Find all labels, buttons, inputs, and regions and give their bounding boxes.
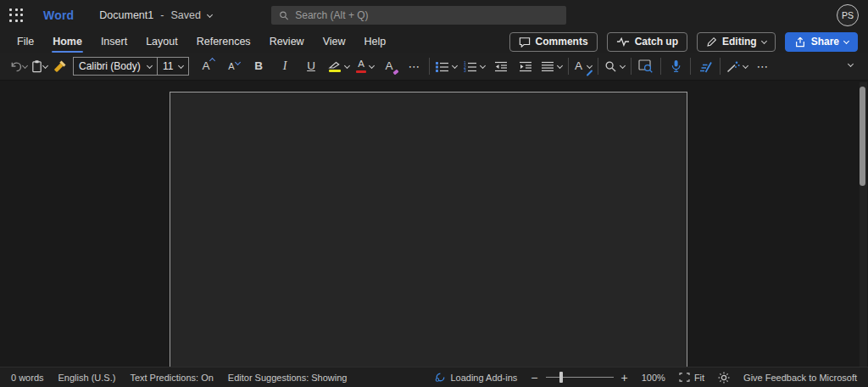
share-button[interactable]: Share: [785, 32, 858, 52]
align-text-icon: [542, 61, 554, 72]
comment-icon: [519, 36, 531, 48]
zoom-in-button[interactable]: +: [621, 372, 628, 384]
format-painter-icon: [53, 59, 67, 73]
editing-chevron-icon: [761, 37, 767, 43]
clear-formatting-button[interactable]: A: [379, 55, 399, 77]
word-count[interactable]: 0 words: [11, 373, 44, 383]
tab-view[interactable]: View: [314, 31, 355, 52]
document-page[interactable]: [170, 92, 687, 367]
zoom-slider-thumb[interactable]: [559, 372, 563, 383]
feedback-link[interactable]: Give Feedback to Microsoft: [743, 373, 857, 383]
find-button[interactable]: [603, 55, 626, 77]
ribbon-divider: [690, 58, 691, 75]
language-status[interactable]: English (U.S.): [58, 373, 116, 383]
status-bar-right: Loading Add-ins − + 100% Fit: [435, 372, 857, 384]
brightness-sun-icon: [718, 372, 730, 384]
editor-pen-icon: [698, 60, 712, 73]
magic-wand-icon: [726, 60, 740, 73]
bullets-button[interactable]: [434, 55, 459, 77]
increase-indent-button[interactable]: [515, 55, 536, 77]
tab-references[interactable]: References: [187, 31, 260, 52]
save-status-chevron-icon[interactable]: [207, 11, 213, 17]
more-commands-button[interactable]: ⋯: [753, 55, 773, 77]
ribbon-divider: [598, 58, 598, 75]
alignment-chevron-icon: [557, 62, 563, 68]
text-predictions-status[interactable]: Text Predictions: On: [130, 373, 213, 383]
decrease-indent-button[interactable]: [491, 55, 511, 77]
styles-button[interactable]: A: [573, 55, 593, 77]
fit-page-icon: [679, 373, 690, 382]
editor-suggestions-status[interactable]: Editor Suggestions: Showing: [228, 373, 348, 383]
catch-up-button[interactable]: Catch up: [607, 32, 687, 52]
bold-button[interactable]: B: [248, 55, 269, 77]
tab-insert[interactable]: Insert: [92, 31, 136, 52]
grow-font-button[interactable]: A: [196, 55, 216, 77]
svg-text:3: 3: [464, 68, 466, 72]
auto-format-button[interactable]: [725, 55, 749, 77]
underline-button[interactable]: U: [301, 55, 321, 77]
document-canvas: [0, 81, 868, 367]
font-name-select[interactable]: Calibri (Body): [73, 57, 158, 76]
font-size-select[interactable]: 11: [158, 57, 189, 76]
grow-font-caret-icon: [209, 58, 215, 64]
numbering-button[interactable]: 123: [462, 55, 487, 77]
navigation-search-button[interactable]: [636, 55, 656, 77]
search-input[interactable]: [295, 9, 559, 21]
tab-file[interactable]: File: [8, 31, 43, 52]
share-chevron-icon: [843, 37, 849, 43]
status-bar: 0 words English (U.S.) Text Predictions:…: [0, 367, 868, 387]
addins-status: Loading Add-ins: [435, 372, 517, 383]
font-color-chevron-icon: [369, 62, 375, 68]
numbering-chevron-icon: [480, 62, 486, 68]
zoom-slider[interactable]: [546, 377, 614, 378]
highlight-chevron-icon: [344, 62, 350, 68]
zoom-control: − +: [531, 372, 627, 384]
more-font-options-button[interactable]: ⋯: [404, 55, 425, 77]
shrink-font-button[interactable]: A: [221, 55, 242, 77]
editing-mode-button[interactable]: Editing: [697, 32, 776, 52]
fit-button[interactable]: Fit: [679, 373, 704, 383]
zoom-level[interactable]: 100%: [642, 373, 665, 383]
tab-help[interactable]: Help: [355, 31, 396, 52]
pencil-icon: [706, 36, 717, 48]
tab-review[interactable]: Review: [260, 31, 314, 52]
ribbon-divider: [631, 58, 632, 75]
undo-button[interactable]: [8, 55, 29, 77]
font-color-button[interactable]: A: [354, 55, 376, 77]
save-status[interactable]: Saved: [170, 9, 200, 21]
microphone-icon: [670, 59, 682, 73]
undo-icon: [9, 60, 23, 73]
dictate-button[interactable]: [665, 55, 686, 77]
decrease-indent-icon: [494, 61, 508, 72]
italic-button[interactable]: I: [275, 55, 295, 77]
pulse-icon: [616, 36, 630, 47]
font-size-chevron-icon: [178, 62, 184, 68]
top-bar: Word Document1 - Saved PS: [0, 0, 868, 31]
comments-button[interactable]: Comments: [509, 32, 598, 52]
document-title[interactable]: Document1: [99, 9, 153, 21]
editor-button[interactable]: [695, 55, 715, 77]
text-highlight-button[interactable]: [326, 55, 351, 77]
paste-button[interactable]: [29, 55, 49, 77]
bullets-chevron-icon: [452, 62, 458, 68]
tab-layout[interactable]: Layout: [136, 31, 187, 52]
app-launcher-icon[interactable]: [9, 8, 24, 23]
vertical-scrollbar[interactable]: [860, 82, 867, 367]
avatar[interactable]: PS: [837, 4, 859, 26]
auto-format-chevron-icon: [743, 62, 748, 68]
format-painter-button[interactable]: [49, 55, 70, 77]
highlighter-icon: [328, 61, 342, 72]
menu-actions: Comments Catch up Editing S: [509, 32, 860, 52]
scrollbar-thumb[interactable]: [860, 87, 865, 186]
alignment-button[interactable]: [540, 55, 564, 77]
ribbon-divider: [568, 58, 569, 75]
eraser-icon: [392, 70, 398, 76]
ribbon-layout-switcher[interactable]: [840, 53, 860, 76]
search-box[interactable]: [271, 6, 566, 25]
share-icon: [794, 36, 806, 48]
word-logo[interactable]: Word: [43, 8, 74, 22]
switch-background-button[interactable]: [718, 372, 730, 384]
zoom-out-button[interactable]: −: [531, 372, 537, 384]
document-title-group[interactable]: Document1 - Saved: [99, 9, 212, 21]
tab-home[interactable]: Home: [43, 31, 92, 52]
